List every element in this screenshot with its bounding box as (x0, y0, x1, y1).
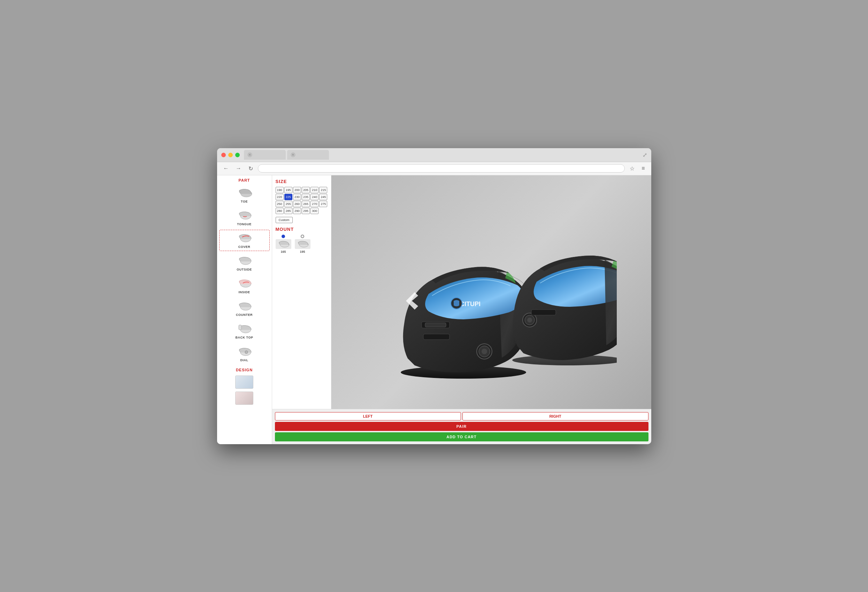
mount-option-165[interactable]: 165 (276, 235, 291, 253)
dial-thumb (236, 345, 253, 358)
sidebar-item-inside[interactable]: INSIDE (219, 275, 270, 296)
size-btn-285[interactable]: 285 (284, 208, 292, 214)
mount-radio-195[interactable] (301, 235, 304, 238)
tab-close-icon[interactable]: ✕ (247, 152, 252, 157)
browser-tab-2[interactable]: ✕ (287, 150, 329, 160)
design-label: DESIGN (217, 365, 272, 373)
refresh-button[interactable]: ↻ (247, 164, 255, 173)
size-btn-195[interactable]: 195 (284, 187, 292, 193)
tongue-icon (236, 210, 252, 221)
sidebar-item-counter[interactable]: COUNTER (219, 298, 270, 319)
sidebar-item-back-top[interactable]: BACK TOP (219, 320, 270, 342)
size-btn-240[interactable]: 240 (310, 194, 319, 200)
mount-shoe-165-icon (276, 240, 290, 248)
inside-icon (236, 278, 252, 289)
back-button[interactable]: ← (221, 164, 231, 173)
maximize-button[interactable] (235, 153, 240, 157)
svg-text:CITUPI: CITUPI (460, 300, 481, 308)
svg-point-21 (481, 349, 487, 354)
bookmark-icon[interactable]: ☆ (627, 164, 637, 173)
mount-shoe-img-195 (295, 239, 310, 249)
counter-label: COUNTER (236, 313, 252, 317)
mount-shoe-195-icon (295, 240, 309, 248)
size-btn-225[interactable]: 225 (284, 194, 292, 200)
cover-label: COVER (238, 245, 251, 249)
product-image-area: CITUPI (331, 175, 651, 409)
browser-window: ✕ ✕ ⤢ ← → ↻ ☆ ≡ PART (217, 148, 651, 444)
size-btn-245[interactable]: 245 (319, 194, 327, 200)
size-btn-295[interactable]: 295 (302, 208, 310, 214)
mount-options: 165 195 (276, 235, 328, 253)
fullscreen-icon[interactable]: ⤢ (642, 152, 647, 158)
size-btn-210[interactable]: 210 (310, 187, 319, 193)
inside-label: INSIDE (238, 290, 250, 294)
size-btn-215[interactable]: 215 (319, 187, 327, 193)
left-button[interactable]: LEFT (275, 412, 461, 420)
config-panel: SIZE 19019520020521021522022523023524024… (272, 175, 331, 409)
lr-buttons: LEFT RIGHT (275, 412, 648, 420)
cover-thumb (236, 232, 253, 244)
size-btn-255[interactable]: 255 (284, 201, 292, 207)
dial-icon (236, 346, 252, 357)
address-bar[interactable] (258, 164, 625, 173)
menu-icon[interactable]: ≡ (639, 164, 647, 173)
svg-rect-26 (531, 309, 556, 315)
browser-tab-1[interactable]: ✕ (244, 150, 286, 160)
size-btn-280[interactable]: 280 (276, 208, 283, 214)
size-grid: 1901952002052102152202252302352402452502… (276, 187, 328, 214)
svg-rect-8 (239, 325, 242, 330)
bottom-buttons: LEFT RIGHT PAIR ADD TO CART (272, 409, 651, 444)
window-controls: ⤢ (642, 152, 647, 158)
custom-size-button[interactable]: Custom (276, 217, 293, 223)
design-thumb-2[interactable] (235, 392, 253, 405)
pair-button[interactable]: PAIR (275, 422, 648, 431)
size-btn-290[interactable]: 290 (293, 208, 301, 214)
back-top-thumb (236, 323, 253, 335)
sidebar-item-tongue[interactable]: TONGUE (219, 207, 270, 228)
sidebar-item-cover[interactable]: COVER (219, 230, 270, 251)
size-btn-205[interactable]: 205 (302, 187, 310, 193)
close-button[interactable] (221, 153, 226, 157)
size-btn-200[interactable]: 200 (293, 187, 301, 193)
tab-close-icon-2[interactable]: ✕ (291, 152, 295, 157)
sidebar-item-outside[interactable]: OUTSIDE (219, 252, 270, 274)
cover-icon (236, 233, 252, 243)
size-btn-300[interactable]: 300 (310, 208, 319, 214)
size-btn-250[interactable]: 250 (276, 201, 283, 207)
size-title: SIZE (276, 179, 328, 184)
size-btn-265[interactable]: 265 (302, 201, 310, 207)
back-top-icon (236, 324, 252, 334)
outside-label: OUTSIDE (236, 268, 252, 271)
minimize-button[interactable] (228, 153, 233, 157)
size-btn-220[interactable]: 220 (276, 194, 283, 200)
size-btn-190[interactable]: 190 (276, 187, 283, 193)
mount-option-195[interactable]: 195 (295, 235, 310, 253)
svg-rect-17 (425, 323, 446, 327)
mount-radio-165[interactable] (282, 235, 285, 238)
sidebar-item-dial[interactable]: DIAL (219, 343, 270, 364)
add-to-cart-button[interactable]: ADD TO CART (275, 432, 648, 441)
sidebar-item-toe[interactable]: TOE (219, 184, 270, 206)
product-image: CITUPI (366, 205, 617, 379)
mount-label-165: 165 (280, 250, 286, 253)
part-label: PART (217, 175, 272, 184)
sidebar: PART TOE TONGUE (217, 175, 272, 444)
inside-thumb (236, 278, 253, 290)
counter-thumb (236, 300, 253, 312)
toe-icon (236, 188, 252, 198)
mount-title: MOUNT (276, 226, 328, 232)
mount-label-195: 195 (300, 250, 305, 253)
design-thumb-1[interactable] (235, 376, 253, 389)
forward-button[interactable]: → (234, 164, 244, 173)
toe-thumb (236, 187, 253, 199)
right-section: SIZE 19019520020521021522022523023524024… (272, 175, 651, 444)
right-button[interactable]: RIGHT (462, 412, 648, 420)
title-bar: ✕ ✕ ⤢ (217, 148, 651, 162)
size-btn-260[interactable]: 260 (293, 201, 301, 207)
size-btn-235[interactable]: 235 (302, 194, 310, 200)
size-btn-230[interactable]: 230 (293, 194, 301, 200)
main-content: PART TOE TONGUE (217, 175, 651, 444)
size-btn-270[interactable]: 270 (310, 201, 319, 207)
content-area: SIZE 19019520020521021522022523023524024… (272, 175, 651, 409)
size-btn-275[interactable]: 275 (319, 201, 327, 207)
